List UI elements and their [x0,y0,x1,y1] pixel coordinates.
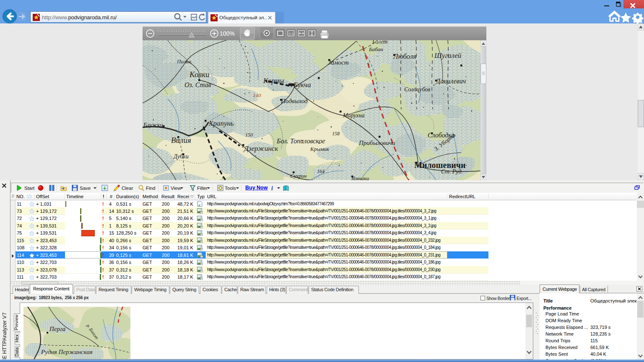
svg-text:Данилевич: Данилевич [435,78,466,85]
svg-text:Букча: Букча [293,81,311,89]
svg-text:Рудня Пержанская: Рудня Пержанская [41,349,93,355]
svg-text:Крымик: Крымик [310,146,330,152]
svg-text:Ямники: Ямники [351,175,369,180]
svg-text:Бол. Топиловское: Бол. Топиловское [276,137,325,145]
svg-text:i: i [271,185,273,191]
svg-text:Перга: Перга [49,326,65,332]
svg-text:164: 164 [317,168,325,174]
svg-text:Вилия: Вилия [171,136,191,145]
svg-text:158: 158 [332,131,340,137]
svg-text:Замост: Замост [328,59,349,66]
svg-text:Кормы: Кормы [263,77,284,85]
svg-text:Голет: Голет [372,40,387,45]
svg-text:Подвыход: Подвыход [280,98,308,104]
svg-text:140: 140 [253,92,261,98]
svg-text:Прибыловичи: Прибыловичи [358,140,395,146]
svg-text:Колки: Колки [189,70,210,79]
svg-text:Солоцубов: Солоцубов [404,86,430,93]
svg-text:Люболя: Люболя [393,52,416,60]
svg-text:150: 150 [245,132,253,138]
svg-text:Дубки: Дубки [173,153,189,160]
svg-text:Шугалей: Шугалей [434,52,462,59]
svg-text:Оз. Став: Оз. Став [184,81,211,88]
svg-text:Блужки: Блужки [143,122,163,128]
svg-text:100%: 100% [220,30,235,37]
svg-text:Пильн.: Пильн. [177,58,192,65]
svg-text:Марухна: Марухна [343,112,364,119]
svg-text:Бабан: Бабан [369,46,383,52]
svg-text:1:1: 1:1 [289,32,294,36]
svg-text:Милошевичи: Милошевичи [414,160,466,170]
svg-text:Храпунь: Храпунь [208,119,234,127]
svg-text:Дзержинск: Дзержинск [243,145,278,153]
svg-text:Сухрин: Сухрин [290,173,307,179]
